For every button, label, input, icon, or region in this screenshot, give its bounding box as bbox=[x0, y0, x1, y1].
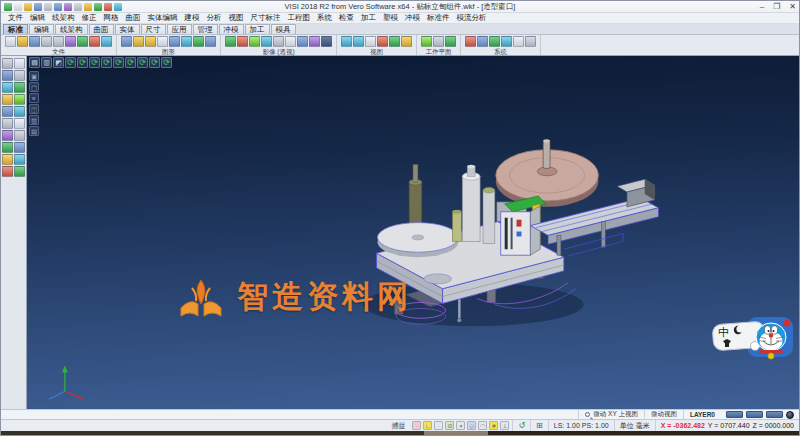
menu-drawing[interactable]: 工程图 bbox=[285, 13, 314, 23]
grid-control[interactable]: ⊞ bbox=[530, 420, 548, 431]
minimize-button[interactable]: – bbox=[760, 3, 764, 11]
wireframe-display-icon[interactable] bbox=[121, 36, 132, 47]
tab-dimension[interactable]: 尺寸 bbox=[141, 24, 166, 34]
view-front-icon[interactable]: ⟳ bbox=[101, 57, 112, 68]
menu-standard-parts[interactable]: 标准件 bbox=[424, 13, 453, 23]
units-indicator[interactable]: 单位 毫米 bbox=[614, 420, 655, 431]
layer-indicator[interactable]: LAYER0 bbox=[683, 410, 721, 419]
model-reel-disc[interactable] bbox=[496, 139, 599, 207]
menu-modeling[interactable]: 建模 bbox=[182, 13, 203, 23]
snap-perpendicular-icon[interactable]: ⊥ bbox=[500, 421, 509, 430]
zoom-fit-icon[interactable] bbox=[341, 36, 352, 47]
rotate-tool-icon[interactable] bbox=[14, 130, 25, 141]
workplane-reset-icon[interactable] bbox=[445, 36, 456, 47]
visibility-icon[interactable] bbox=[205, 36, 216, 47]
undo-icon[interactable] bbox=[94, 3, 102, 11]
help-icon[interactable] bbox=[114, 3, 122, 11]
tab-manage[interactable]: 管理 bbox=[193, 24, 218, 34]
move-tool-icon[interactable] bbox=[2, 130, 13, 141]
redo-action-icon[interactable] bbox=[89, 36, 100, 47]
hidden-line-icon[interactable] bbox=[145, 36, 156, 47]
open-document-icon[interactable] bbox=[17, 36, 28, 47]
view-rotate-ccw-icon[interactable]: ⟳ bbox=[161, 57, 172, 68]
snap-grid-icon[interactable]: # bbox=[489, 421, 498, 430]
circle-tool-icon[interactable] bbox=[14, 82, 25, 93]
system-monitor-icon[interactable] bbox=[501, 36, 512, 47]
refresh-control[interactable]: ↺ bbox=[512, 420, 530, 431]
save-icon[interactable] bbox=[34, 3, 42, 11]
snap-quadrant-icon[interactable]: ◇ bbox=[467, 421, 476, 430]
menu-flow-analysis[interactable]: 模流分析 bbox=[454, 13, 490, 23]
mirror-tool-icon[interactable] bbox=[2, 142, 13, 153]
workplane-align-icon[interactable] bbox=[433, 36, 444, 47]
swatch-1[interactable] bbox=[726, 411, 743, 418]
feature-tree-icon[interactable]: ≡ bbox=[29, 93, 39, 103]
body-manager-icon[interactable]: ▢ bbox=[29, 82, 39, 92]
camera-icon[interactable] bbox=[297, 36, 308, 47]
snap-point-icon[interactable]: · bbox=[412, 421, 421, 430]
system-tools-icon[interactable] bbox=[513, 36, 524, 47]
system-globe-icon[interactable] bbox=[489, 36, 500, 47]
background-icon[interactable] bbox=[285, 36, 296, 47]
snap-intersection-icon[interactable]: × bbox=[456, 421, 465, 430]
snap-center-icon[interactable]: ⊙ bbox=[445, 421, 454, 430]
menu-check[interactable]: 检查 bbox=[336, 13, 357, 23]
shaded-display-icon[interactable] bbox=[133, 36, 144, 47]
ime-toolbar[interactable]: 中 bbox=[711, 313, 795, 367]
point-tool-icon[interactable] bbox=[2, 70, 13, 81]
transparency-icon[interactable] bbox=[157, 36, 168, 47]
view-right-icon[interactable]: ⟳ bbox=[137, 57, 148, 68]
shell-tool-icon[interactable] bbox=[14, 166, 25, 177]
search-status[interactable]: 微动 XY 上视图 bbox=[578, 410, 644, 419]
snap-tangent-icon[interactable]: ◠ bbox=[478, 421, 487, 430]
settings-icon[interactable] bbox=[101, 36, 112, 47]
tab-mould[interactable]: 模具 bbox=[271, 24, 296, 34]
cad-model-canvas[interactable] bbox=[27, 56, 799, 409]
system-colors-icon[interactable] bbox=[465, 36, 476, 47]
redo-icon[interactable] bbox=[104, 3, 112, 11]
active-view-indicator[interactable]: 微动视图 bbox=[644, 410, 683, 419]
swatch-3[interactable] bbox=[766, 411, 783, 418]
menu-modify[interactable]: 修正 bbox=[79, 13, 100, 23]
menu-file[interactable]: 文件 bbox=[5, 13, 26, 23]
texture-icon[interactable] bbox=[309, 36, 320, 47]
tab-progress-die[interactable]: 冲模 bbox=[219, 24, 244, 34]
select-tool-icon[interactable] bbox=[2, 58, 13, 69]
save-document-icon[interactable] bbox=[29, 36, 40, 47]
clip-plane-icon[interactable]: ◫ bbox=[29, 104, 39, 114]
print-icon[interactable] bbox=[44, 3, 52, 11]
tab-surface[interactable]: 曲面 bbox=[89, 24, 114, 34]
view-left-icon[interactable]: ⟳ bbox=[125, 57, 136, 68]
section-view-icon[interactable]: ▥ bbox=[29, 115, 39, 125]
extrude-tool-icon[interactable] bbox=[14, 154, 25, 165]
rectangle-tool-icon[interactable] bbox=[2, 94, 13, 105]
menu-edit[interactable]: 编辑 bbox=[27, 13, 48, 23]
material-icon[interactable] bbox=[237, 36, 248, 47]
view-top-icon[interactable]: ⟳ bbox=[77, 57, 88, 68]
model-viewport[interactable]: ▤ ▥ ◩ ⟳ ⟳ ⟳ ⟳ ⟳ ⟳ ⟳ ⟳ ⟳ ▣ ▢ ≡ ◫ ▥ ▤ bbox=[27, 56, 799, 409]
copy-icon[interactable] bbox=[74, 3, 82, 11]
view-cube-icon[interactable]: ◩ bbox=[53, 57, 64, 68]
swatch-2[interactable] bbox=[746, 411, 763, 418]
perspective-icon[interactable] bbox=[261, 36, 272, 47]
model-turntable[interactable] bbox=[378, 164, 459, 257]
tab-standard[interactable]: 标准 bbox=[3, 24, 28, 34]
model-rollers[interactable] bbox=[452, 165, 494, 244]
system-database-icon[interactable] bbox=[525, 36, 536, 47]
menu-surface[interactable]: 曲面 bbox=[123, 13, 144, 23]
menu-solid-edit[interactable]: 实体编辑 bbox=[145, 13, 181, 23]
scene-icon[interactable] bbox=[321, 36, 332, 47]
delete-tool-icon[interactable] bbox=[14, 58, 25, 69]
snap-mid-icon[interactable]: ∙ bbox=[434, 421, 443, 430]
boolean-tool-icon[interactable] bbox=[2, 166, 13, 177]
edge-display-icon[interactable] bbox=[169, 36, 180, 47]
print-preview-icon[interactable] bbox=[54, 3, 62, 11]
new-document-icon[interactable] bbox=[5, 36, 16, 47]
workplane-create-icon[interactable] bbox=[421, 36, 432, 47]
cut-icon[interactable] bbox=[64, 3, 72, 11]
menu-mould[interactable]: 塑模 bbox=[380, 13, 401, 23]
open-file-icon[interactable] bbox=[24, 3, 32, 11]
view-back-icon[interactable]: ⟳ bbox=[113, 57, 124, 68]
scale-tool-icon[interactable] bbox=[14, 142, 25, 153]
layer-display-icon[interactable] bbox=[193, 36, 204, 47]
